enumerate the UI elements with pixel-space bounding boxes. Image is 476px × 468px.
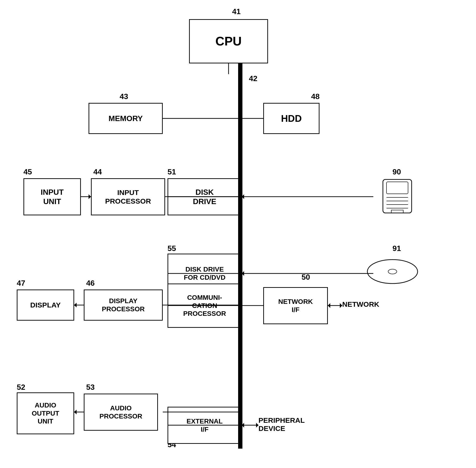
svg-marker-18 — [328, 303, 330, 308]
svg-rect-28 — [387, 182, 408, 194]
network-label: NETWORK — [342, 300, 379, 308]
ref-44: 44 — [93, 167, 102, 176]
display-box: DISPLAY — [17, 290, 74, 321]
ref-46: 46 — [86, 279, 95, 288]
ref-55: 55 — [167, 244, 176, 253]
svg-rect-33 — [391, 210, 403, 213]
hdd-box: HDD — [263, 103, 319, 134]
external-if-box: EXTERNAL I/F — [167, 407, 242, 444]
input-processor-box: INPUT PROCESSOR — [91, 178, 165, 215]
ref-47: 47 — [17, 279, 25, 288]
diagram: 41 42 43 44 45 46 47 48 49 50 51 52 53 5… — [0, 0, 476, 468]
ref-52: 52 — [17, 383, 25, 392]
audio-output-unit-box: AUDIO OUTPUT UNIT — [17, 392, 74, 434]
svg-marker-22 — [74, 410, 76, 414]
svg-marker-19 — [340, 303, 342, 308]
cartridge-icon — [376, 175, 419, 218]
svg-point-35 — [388, 269, 397, 274]
ref-43: 43 — [120, 92, 128, 101]
cpu-box: CPU — [189, 19, 268, 63]
disk-drive-box: DISK DRIVE — [167, 178, 242, 215]
disc-icon — [366, 258, 419, 285]
ref-91: 91 — [392, 244, 401, 253]
ref-53: 53 — [86, 383, 95, 392]
ref-50: 50 — [301, 273, 310, 282]
svg-marker-26 — [256, 423, 258, 427]
communication-processor-box: COMMUNI- CATION PROCESSOR — [167, 283, 242, 328]
ref-48: 48 — [311, 92, 320, 101]
ref-45: 45 — [23, 167, 32, 176]
network-if-box: NETWORK I/F — [263, 287, 328, 324]
peripheral-device-label: PERIPHERAL DEVICE — [258, 416, 305, 433]
main-bus — [238, 63, 242, 449]
ref-42: 42 — [249, 74, 257, 83]
memory-box: MEMORY — [89, 103, 163, 134]
input-unit-box: INPUT UNIT — [23, 178, 81, 215]
svg-point-34 — [367, 260, 418, 283]
audio-processor-box: AUDIO PROCESSOR — [84, 394, 158, 431]
ref-41: 41 — [232, 7, 241, 16]
ref-51: 51 — [167, 167, 176, 176]
svg-marker-14 — [74, 303, 76, 307]
svg-marker-5 — [89, 194, 91, 199]
display-processor-box: DISPLAY PROCESSOR — [84, 290, 163, 321]
